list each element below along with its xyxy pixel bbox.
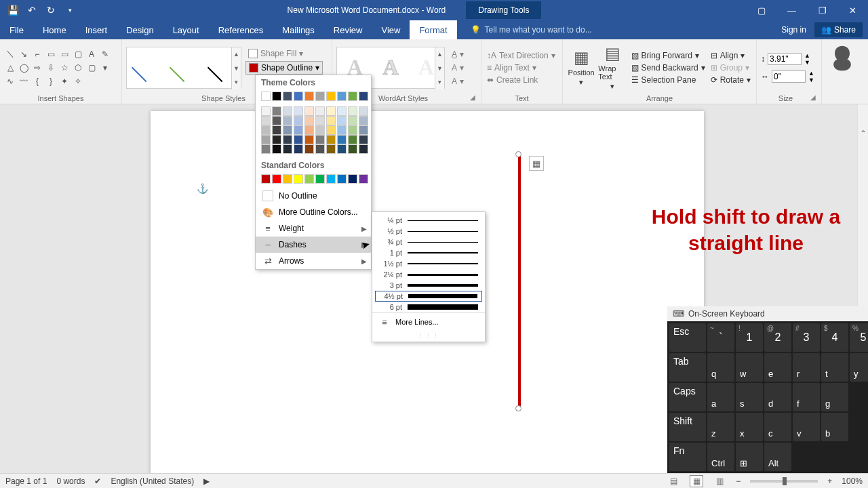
color-swatch[interactable] (348, 106, 357, 116)
osk-key[interactable]: #3 (793, 323, 820, 352)
color-swatch[interactable] (261, 144, 271, 154)
height-down[interactable]: ▼ (804, 59, 810, 66)
arrows-item[interactable]: ⇄Arrows▶ (256, 253, 371, 269)
color-swatch[interactable] (315, 135, 325, 144)
shape-callout[interactable]: ▢ (85, 62, 98, 74)
wordart-a3[interactable]: A (418, 55, 434, 80)
color-swatch[interactable] (304, 174, 314, 184)
color-swatch[interactable] (294, 125, 303, 135)
tab-mailings[interactable]: Mailings (273, 20, 324, 39)
tab-layout[interactable]: Layout (163, 20, 209, 39)
color-swatch[interactable] (326, 116, 336, 125)
sign-in-link[interactable]: Sign in (781, 25, 806, 35)
weight-item[interactable]: ≡Weight▶ (256, 220, 371, 237)
color-swatch[interactable] (337, 106, 347, 116)
color-swatch[interactable] (272, 144, 281, 154)
osk-key[interactable]: Esc (669, 323, 706, 352)
shape-arrow-d[interactable]: ⇩ (45, 62, 57, 74)
osk-key[interactable]: %5 (850, 323, 868, 352)
shape-more[interactable]: ▾ (99, 62, 111, 74)
osk-titlebar[interactable]: ⌨On-Screen Keyboard (667, 306, 868, 321)
dashes-item[interactable]: ┄Dashes▶ (256, 237, 371, 253)
color-swatch[interactable] (359, 116, 368, 125)
selection-pane-button[interactable]: ☰Selection Pane (630, 75, 707, 85)
shape-brace-l[interactable]: { (31, 75, 43, 87)
color-swatch[interactable] (294, 92, 303, 101)
color-swatch[interactable] (272, 106, 281, 116)
save-button[interactable]: 💾 (4, 1, 22, 19)
wa-more[interactable]: ▾ (435, 75, 444, 89)
shape-arrow-r[interactable]: ⇨ (31, 62, 43, 74)
weight-option[interactable]: 2¼ pt (372, 269, 485, 280)
color-swatch[interactable] (304, 144, 314, 154)
osk-key[interactable]: $4 (821, 323, 848, 352)
osk-key[interactable]: y (850, 353, 868, 382)
color-swatch[interactable] (294, 174, 303, 184)
color-swatch[interactable] (326, 106, 336, 116)
color-swatch[interactable] (272, 174, 281, 184)
color-swatch[interactable] (348, 116, 357, 125)
color-swatch[interactable] (315, 174, 325, 184)
undo-button[interactable]: ↶ (23, 1, 41, 19)
color-swatch[interactable] (304, 92, 314, 101)
color-swatch[interactable] (283, 125, 292, 135)
weight-option[interactable]: 3 pt (372, 280, 485, 291)
wordart-a2[interactable]: A (382, 55, 398, 80)
osk-key[interactable]: Tab (669, 353, 706, 382)
color-swatch[interactable] (272, 125, 281, 135)
shape-oval[interactable]: ◯ (18, 62, 30, 74)
width-down[interactable]: ▼ (808, 77, 814, 83)
zoom-in-button[interactable]: + (827, 476, 832, 486)
color-swatch[interactable] (294, 116, 303, 125)
color-swatch[interactable] (315, 125, 325, 135)
osk-key[interactable]: w (736, 353, 763, 382)
shape-fill-button[interactable]: Shape Fill ▾ (245, 47, 323, 60)
weight-option[interactable]: ½ pt (372, 226, 485, 237)
osk-key[interactable]: @2 (764, 323, 791, 352)
wa-up[interactable]: ▲ (435, 47, 444, 62)
weight-option[interactable]: ¼ pt (372, 215, 485, 226)
color-swatch[interactable] (326, 125, 336, 135)
shape-connector[interactable]: ⌐ (31, 48, 43, 60)
color-swatch[interactable] (315, 106, 325, 116)
tab-view[interactable]: View (372, 20, 410, 39)
color-swatch[interactable] (359, 144, 368, 154)
shape-rect2[interactable]: ▭ (58, 48, 71, 60)
color-swatch[interactable] (326, 174, 336, 184)
color-swatch[interactable] (294, 106, 303, 116)
color-swatch[interactable] (326, 92, 336, 101)
color-swatch[interactable] (304, 106, 314, 116)
color-swatch[interactable] (261, 92, 271, 101)
zoom-level[interactable]: 100% (842, 476, 863, 486)
shape-height-input[interactable] (768, 53, 802, 65)
color-swatch[interactable] (315, 116, 325, 125)
zoom-slider[interactable] (750, 480, 818, 483)
shape-star[interactable]: ☆ (58, 62, 71, 74)
color-swatch[interactable] (359, 125, 368, 135)
color-swatch[interactable] (283, 135, 292, 144)
shape-star3[interactable]: ✧ (72, 75, 84, 87)
tell-me-search[interactable]: 💡 Tell me what you want to do... (457, 20, 782, 39)
color-swatch[interactable] (359, 106, 368, 116)
shape-textbox[interactable]: A (85, 48, 98, 60)
color-swatch[interactable] (283, 174, 292, 184)
tab-design[interactable]: Design (117, 20, 163, 39)
close-button[interactable]: ✕ (837, 0, 868, 20)
minimize-button[interactable]: — (776, 0, 807, 20)
color-swatch[interactable] (283, 144, 292, 154)
osk-key[interactable]: Fn (669, 443, 706, 471)
color-swatch[interactable] (337, 116, 347, 125)
wrap-text-button[interactable]: ▤Wrap Text▾ (598, 44, 627, 91)
osk-key[interactable]: ⊞ (736, 443, 763, 471)
word-count[interactable]: 0 words (56, 476, 85, 486)
color-swatch[interactable] (337, 144, 347, 154)
color-swatch[interactable] (261, 106, 271, 116)
color-swatch[interactable] (359, 135, 368, 144)
redo-button[interactable]: ↻ (42, 1, 60, 19)
print-layout-button[interactable]: ▦ (690, 475, 703, 487)
color-swatch[interactable] (326, 135, 336, 144)
color-swatch[interactable] (337, 135, 347, 144)
color-swatch[interactable] (359, 92, 368, 101)
gallery-more[interactable]: ▾ (232, 75, 241, 89)
zoom-out-button[interactable]: − (736, 476, 741, 486)
